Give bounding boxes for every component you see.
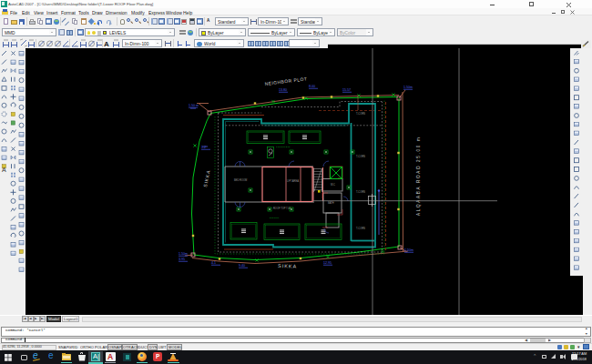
svg-text:T-CORN: T-CORN bbox=[356, 155, 365, 158]
svg-text:SIKKA: SIKKA bbox=[278, 263, 297, 269]
svg-text:1.00 2.00 3.00: 1.00 2.00 3.00 bbox=[276, 146, 291, 148]
svg-text:T-CORN: T-CORN bbox=[356, 190, 365, 194]
svg-text:ROOF TOP 7.00: ROOF TOP 7.00 bbox=[273, 207, 291, 210]
svg-text:1.50m: 1.50m bbox=[403, 86, 413, 89]
svg-text:A: A bbox=[2, 167, 6, 173]
svg-text:BATH: BATH bbox=[328, 201, 334, 205]
svg-text:T-CORN: T-CORN bbox=[356, 112, 365, 116]
svg-text:3.95: 3.95 bbox=[179, 258, 185, 261]
svg-text:A: A bbox=[104, 40, 109, 48]
svg-text:15.57: 15.57 bbox=[342, 88, 351, 92]
svg-text:1.50m: 1.50m bbox=[179, 252, 188, 256]
svg-text:1.50m: 1.50m bbox=[404, 248, 413, 252]
svg-text:9.40: 9.40 bbox=[239, 264, 245, 268]
svg-text:W.C: W.C bbox=[331, 183, 335, 187]
svg-text:LIFT AREA: LIFT AREA bbox=[287, 179, 299, 183]
svg-text:1.50 m: 1.50 m bbox=[189, 104, 199, 107]
svg-text:13.80: 13.80 bbox=[279, 88, 287, 92]
svg-text:BED ROOM: BED ROOM bbox=[234, 178, 247, 182]
svg-text:2.00 3.00: 2.00 3.00 bbox=[270, 217, 280, 219]
svg-text:ALQAABA ROAD 25.00 m: ALQAABA ROAD 25.00 m bbox=[416, 136, 421, 216]
svg-text:T-CORN: T-CORN bbox=[356, 227, 365, 230]
svg-text:8.00: 8.00 bbox=[309, 85, 315, 88]
svg-text:12.95: 12.95 bbox=[323, 261, 332, 265]
svg-text:4.1: 4.1 bbox=[211, 261, 216, 265]
